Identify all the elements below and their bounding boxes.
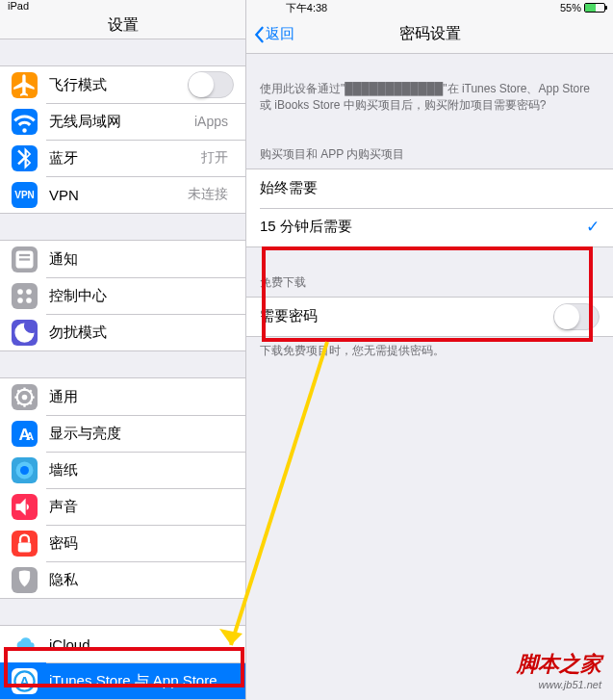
status-time: 下午4:38	[286, 1, 327, 15]
privacy-icon	[12, 567, 38, 593]
notifications-icon	[12, 246, 38, 272]
sidebar-item-label: 蓝牙	[49, 149, 201, 168]
status-bar-right: 下午4:38 55%	[246, 0, 613, 15]
svg-rect-1	[19, 253, 30, 255]
settings-title: 设置	[0, 12, 245, 39]
svg-point-4	[26, 289, 32, 295]
svg-point-6	[26, 298, 32, 303]
sidebar-item-墙纸[interactable]: 墙纸	[0, 452, 245, 488]
option-15min[interactable]: 15 分钟后需要 ✓	[246, 208, 613, 246]
purchases-header: 购买项目和 APP 内购买项目	[246, 141, 613, 169]
sidebar-item-label: 显示与亮度	[49, 425, 234, 443]
wallpaper-icon	[12, 457, 38, 483]
sidebar-item-蓝牙[interactable]: 蓝牙打开	[0, 140, 245, 176]
svg-rect-13	[18, 542, 32, 552]
sidebar-item-label: 通用	[49, 388, 234, 406]
sidebar-item-VPN[interactable]: VPNVPN未连接	[0, 176, 245, 213]
battery-percent: 55%	[560, 2, 581, 13]
checkmark-icon: ✓	[586, 217, 600, 237]
sidebar-item-label: VPN	[49, 187, 188, 203]
control-center-icon	[12, 283, 38, 309]
sidebar-item-label: 通知	[49, 250, 234, 269]
sidebar-item-label: 隐私	[49, 571, 234, 589]
sidebar-item-显示与亮度[interactable]: AA显示与亮度	[0, 415, 245, 452]
sidebar-item-label: 飞行模式	[49, 76, 188, 94]
svg-text:A: A	[26, 430, 34, 442]
back-button[interactable]: 返回	[252, 25, 294, 43]
sidebar-item-声音[interactable]: 声音	[0, 488, 245, 525]
sidebar-item-label: 声音	[49, 498, 234, 516]
svg-point-3	[17, 289, 23, 295]
svg-point-5	[17, 298, 23, 303]
sidebar-item-飞行模式[interactable]: 飞行模式	[0, 66, 245, 103]
sidebar-item-无线局域网[interactable]: 无线局域网iApps	[0, 103, 245, 140]
dnd-icon	[12, 320, 38, 346]
sidebar-item-通知[interactable]: 通知	[0, 241, 245, 277]
sounds-icon	[12, 494, 38, 520]
sidebar-detail: iApps	[194, 114, 228, 129]
sidebar-item-控制中心[interactable]: 控制中心	[0, 277, 245, 314]
wifi-icon	[12, 109, 38, 135]
password-settings-title: 返回 密码设置	[246, 15, 613, 54]
sidebar-item-label: 无线局域网	[49, 113, 194, 131]
status-bar-left: iPad	[0, 0, 245, 12]
highlight-appstore-row	[4, 647, 244, 687]
sidebar-item-通用[interactable]: 通用	[0, 378, 245, 415]
sidebar-item-密码[interactable]: 密码	[0, 525, 245, 561]
svg-point-8	[22, 394, 28, 400]
sidebar-item-隐私[interactable]: 隐私	[0, 561, 245, 598]
svg-rect-2	[19, 258, 30, 260]
sidebar-detail: 打开	[201, 149, 228, 167]
intro-text: 使用此设备通过"████████████"在 iTunes Store、App …	[246, 75, 613, 119]
sidebar-item-label: 密码	[49, 534, 234, 553]
general-icon	[12, 384, 38, 410]
svg-point-12	[20, 466, 29, 475]
sidebar-item-label: 控制中心	[49, 287, 234, 305]
passcode-icon	[12, 531, 38, 557]
chevron-left-icon	[252, 26, 266, 43]
sidebar-detail: 未连接	[188, 186, 228, 203]
sidebar-item-勿扰模式[interactable]: 勿扰模式	[0, 314, 245, 350]
airplane-toggle[interactable]	[188, 71, 234, 98]
vpn-icon: VPN	[12, 182, 38, 208]
option-always-require[interactable]: 始终需要	[246, 169, 613, 208]
display-icon: AA	[12, 421, 38, 447]
battery-icon	[584, 3, 605, 13]
highlight-free-downloads	[262, 246, 593, 342]
device-label: iPad	[8, 0, 29, 12]
bluetooth-icon	[12, 145, 38, 171]
airplane-icon	[12, 72, 38, 98]
sidebar-item-label: 勿扰模式	[49, 324, 234, 342]
sidebar-item-label: 墙纸	[49, 461, 234, 480]
watermark: 脚本之家 www.jb51.net	[517, 650, 601, 690]
